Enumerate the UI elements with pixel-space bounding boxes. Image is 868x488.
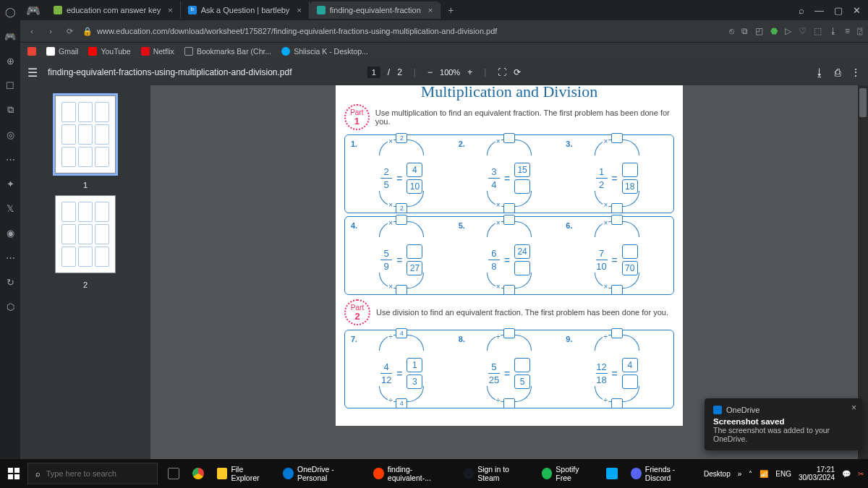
- tab-label: Ask a Question | bartleby: [201, 6, 290, 14]
- bookmarks-bar: Gmail YouTube Netflix Bookmarks Bar (Chr…: [20, 42, 868, 59]
- easy-setup-icon[interactable]: ≡: [845, 26, 850, 36]
- tab-education[interactable]: education com answer key ×: [46, 1, 181, 19]
- problem-1: 1.×225=410×2: [348, 140, 456, 205]
- close-icon[interactable]: ×: [168, 6, 172, 14]
- problem-2: 2.×34=15×: [456, 140, 563, 205]
- minimize-icon[interactable]: ―: [814, 5, 824, 16]
- notification-icon[interactable]: 💬: [842, 470, 851, 478]
- print-icon[interactable]: ⎙: [835, 67, 841, 78]
- onedrive-toast[interactable]: × OneDrive Screenshot saved The screensh…: [705, 398, 862, 450]
- speed-dial-icon[interactable]: ⊕: [4, 55, 16, 67]
- snip-icon[interactable]: ✂: [858, 470, 864, 478]
- gamepad-icon[interactable]: 🎮: [4, 30, 16, 42]
- tb-file-explorer[interactable]: File Explorer: [211, 459, 276, 488]
- svg-rect-0: [8, 468, 13, 473]
- maximize-icon[interactable]: ▢: [834, 5, 843, 16]
- part2-header: Part2 Use division to find an equivalent…: [336, 298, 683, 327]
- tb-pdf[interactable]: finding-equivalent-...: [367, 459, 456, 488]
- opera-icon[interactable]: ◯: [4, 6, 16, 17]
- favicon-icon: [317, 6, 326, 14]
- new-tab-button[interactable]: +: [443, 3, 458, 17]
- onedrive-icon: [713, 406, 722, 414]
- download-icon[interactable]: ⭳: [829, 26, 838, 36]
- favicon-icon: b: [188, 6, 197, 14]
- menu-icon[interactable]: ☰: [27, 66, 38, 80]
- url-input[interactable]: [97, 27, 722, 35]
- bookmark-youtube[interactable]: YouTube: [88, 47, 130, 56]
- apps-icon[interactable]: [27, 47, 36, 56]
- close-window-icon[interactable]: ✕: [853, 5, 861, 16]
- forward-icon[interactable]: ›: [45, 27, 56, 35]
- problem-3: 3.×12=18×: [563, 140, 671, 205]
- start-button[interactable]: [0, 468, 27, 479]
- tray-clock[interactable]: 17:21 30/03/2024: [799, 466, 835, 481]
- tb-unknown[interactable]: [600, 459, 624, 488]
- part2-grid: 7.÷4412=13÷48.÷525=5÷9.÷1218=4÷: [344, 330, 674, 408]
- rotate-icon[interactable]: ⟳: [514, 67, 521, 77]
- bookmark-desktop[interactable]: Shliscia K - Desktop...: [281, 47, 368, 56]
- svg-rect-2: [8, 474, 13, 479]
- task-view[interactable]: [162, 459, 185, 488]
- send-icon[interactable]: ▷: [785, 26, 791, 36]
- wifi-icon[interactable]: 📶: [760, 470, 768, 478]
- history-icon[interactable]: ↻: [4, 276, 16, 288]
- page-input[interactable]: 1: [367, 67, 380, 78]
- x-icon[interactable]: 𝕏: [4, 202, 16, 214]
- download-pdf-icon[interactable]: ⭳: [814, 67, 825, 78]
- tb-steam[interactable]: Sign in to Steam: [458, 459, 535, 488]
- search-input[interactable]: [46, 469, 150, 478]
- search-icon[interactable]: ⌕: [799, 5, 804, 16]
- close-icon[interactable]: ×: [297, 6, 301, 14]
- bookmark-netflix[interactable]: Netflix: [141, 47, 174, 56]
- svg-rect-1: [14, 468, 20, 473]
- scroll-thumb[interactable]: [859, 88, 867, 117]
- close-icon[interactable]: ×: [428, 6, 433, 14]
- bookmark-gmail[interactable]: Gmail: [46, 47, 78, 56]
- discord-icon[interactable]: ◉: [4, 227, 16, 239]
- reload-icon[interactable]: ⟳: [64, 27, 75, 36]
- taskbar-search[interactable]: ⌕: [27, 463, 158, 484]
- tab-label: finding-equivalent-fraction: [330, 6, 421, 14]
- zoom-out-icon[interactable]: −: [427, 67, 433, 77]
- instagram-icon[interactable]: ◎: [4, 129, 16, 140]
- tray-lang[interactable]: ENG: [775, 470, 791, 478]
- heart-icon[interactable]: ♡: [799, 26, 807, 36]
- shield-icon[interactable]: ⬣: [770, 26, 778, 36]
- bookmark-folder[interactable]: Bookmarks Bar (Chr...: [184, 47, 271, 56]
- thumb-label: 1: [83, 181, 88, 189]
- chrome-icon[interactable]: [187, 459, 210, 488]
- fit-page-icon[interactable]: ⛶: [498, 67, 506, 77]
- close-icon[interactable]: ×: [851, 403, 856, 413]
- twitch-icon[interactable]: ⧉: [4, 104, 16, 116]
- screenshot-icon[interactable]: ◰: [755, 26, 763, 36]
- tray-desktop[interactable]: Desktop: [704, 470, 731, 478]
- zoom-in-icon[interactable]: +: [467, 67, 472, 77]
- thumbnail-panel: 1 2: [20, 85, 150, 459]
- thumbnail-2[interactable]: [55, 195, 116, 273]
- address-bar[interactable]: 🔒: [82, 27, 722, 36]
- workspace-icon[interactable]: 🎮: [26, 4, 41, 17]
- more-icon[interactable]: ⋮: [851, 67, 861, 78]
- opera-sidebar: ◯ 🎮 ⊕ ☐ ⧉ ◎ ⋯ ✦ 𝕏 ◉ ⋯ ↻ ⬡: [0, 0, 20, 459]
- vpn-icon[interactable]: ⎋: [729, 26, 734, 36]
- tb-onedrive[interactable]: OneDrive - Personal: [277, 459, 366, 488]
- profile-icon[interactable]: ⍰: [857, 26, 862, 36]
- tab-pdf[interactable]: finding-equivalent-fraction ×: [310, 1, 441, 19]
- bookmark-icon[interactable]: ☐: [4, 80, 16, 91]
- camera-icon[interactable]: ⧉: [741, 26, 748, 36]
- tray-arrow-icon[interactable]: ˄: [749, 470, 752, 478]
- chevron-up-icon[interactable]: »: [738, 470, 742, 478]
- windows-taskbar: ⌕ File Explorer OneDrive - Personal find…: [0, 459, 868, 488]
- thumbnail-1[interactable]: [55, 95, 116, 174]
- part-badge: Part1: [344, 104, 370, 130]
- back-icon[interactable]: ‹: [26, 27, 38, 35]
- tb-spotify[interactable]: Spotify Free: [536, 459, 599, 488]
- cube2-icon[interactable]: ⬚: [814, 26, 822, 36]
- part1-grid-b: 4.×59=27×5.×68=24×6.×710=70×: [344, 216, 674, 295]
- problem-7: 7.÷4412=13÷4: [348, 335, 456, 401]
- thumb-label: 2: [83, 281, 88, 289]
- mod-icon[interactable]: ✦: [4, 178, 16, 189]
- tab-bartleby[interactable]: b Ask a Question | bartleby ×: [181, 1, 310, 19]
- tb-discord[interactable]: Friends - Discord: [625, 459, 704, 488]
- cube-icon[interactable]: ⬡: [4, 301, 16, 312]
